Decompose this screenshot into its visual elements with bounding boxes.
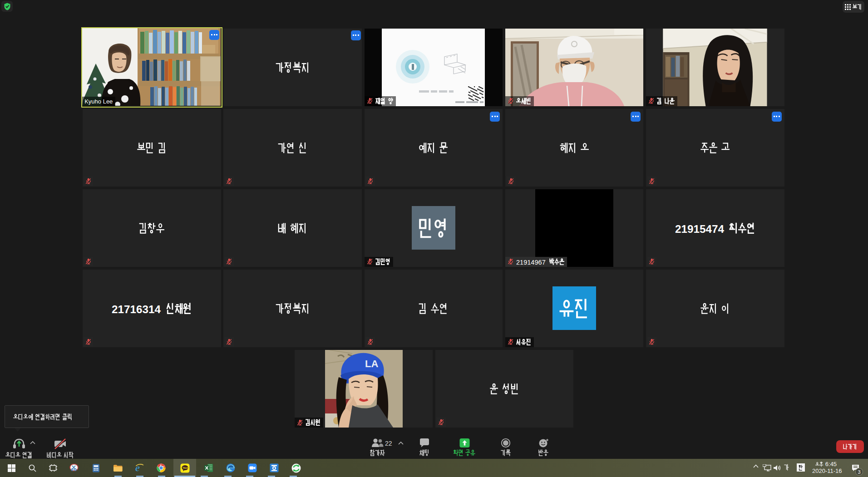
svg-text:TALK: TALK <box>182 467 188 469</box>
svg-text:21914967: 21914967 <box>516 259 546 265</box>
svg-text:21716314: 21716314 <box>112 303 161 314</box>
svg-text:LA: LA <box>365 358 378 369</box>
svg-text:21915474: 21915474 <box>675 223 724 234</box>
